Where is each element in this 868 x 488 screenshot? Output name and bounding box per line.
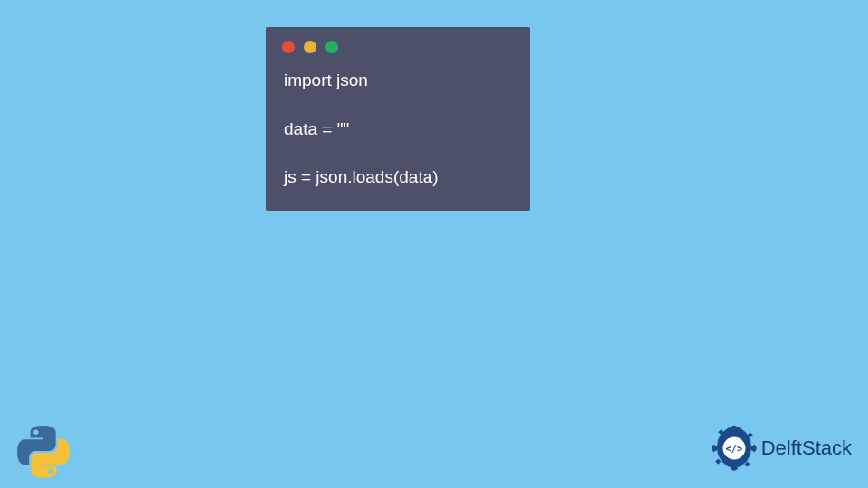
code-content: import json data = "" js = json.loads(da…: [266, 62, 530, 191]
svg-text:</>: </>: [725, 443, 742, 454]
code-line-2: data = "": [284, 117, 512, 143]
close-dot-icon: [282, 41, 295, 53]
watermark: </> DelftStack: [711, 425, 852, 472]
code-line-3: js = json.loads(data): [284, 164, 512, 191]
code-blank: [284, 94, 512, 117]
maximize-dot-icon: [326, 41, 338, 53]
minimize-dot-icon: [304, 41, 316, 53]
code-line-1: import json: [284, 68, 512, 94]
watermark-text: DelftStack: [761, 436, 852, 460]
code-blank: [284, 142, 512, 164]
code-window: import json data = "" js = json.loads(da…: [266, 27, 530, 211]
window-controls: [266, 27, 530, 62]
python-logo-icon: [16, 425, 71, 479]
delftstack-logo-icon: </>: [711, 425, 758, 472]
